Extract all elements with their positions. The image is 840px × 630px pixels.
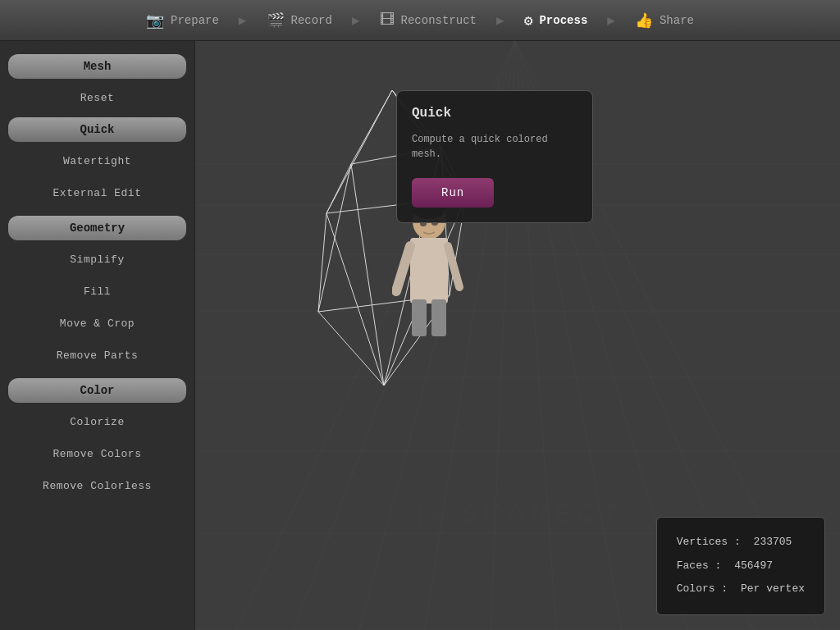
reconstruct-icon: 🎞 xyxy=(380,11,395,29)
3d-viewport: |◉ SKANECT Quick Compute a quick colored… xyxy=(195,41,840,630)
mesh-section-header[interactable]: Mesh xyxy=(8,54,186,79)
svg-line-26 xyxy=(318,213,326,312)
svg-line-42 xyxy=(448,246,459,287)
svg-rect-40 xyxy=(410,238,448,304)
remove-colors-item[interactable]: Remove Colors xyxy=(8,440,186,468)
record-icon: 🎬 xyxy=(267,11,285,30)
nav-share[interactable]: 👍 Share xyxy=(617,11,712,30)
svg-line-36 xyxy=(351,164,384,386)
svg-line-41 xyxy=(396,246,410,291)
move-crop-item[interactable]: Move & Crop xyxy=(8,309,186,338)
fill-item[interactable]: Fill xyxy=(8,277,186,306)
nav-prepare[interactable]: 📷 Prepare xyxy=(128,11,237,30)
svg-line-35 xyxy=(318,312,384,386)
nav-arrow-2: ▶ xyxy=(352,12,360,29)
vertices-label: Vertices : xyxy=(677,536,741,548)
remove-colorless-item[interactable]: Remove Colorless xyxy=(8,472,186,500)
colors-value: Per vertex xyxy=(741,582,805,595)
svg-line-32 xyxy=(326,213,384,386)
quick-popup: Quick Compute a quick colored mesh. Run xyxy=(396,90,593,223)
main-layout: Mesh Reset Quick Watertight External Edi… xyxy=(0,41,840,630)
nav-arrow-4: ▶ xyxy=(607,12,615,29)
simplify-item[interactable]: Simplify xyxy=(8,245,186,274)
quick-item-btn[interactable]: Quick xyxy=(8,117,186,142)
reset-item[interactable]: Reset xyxy=(8,84,186,112)
colorize-item[interactable]: Colorize xyxy=(8,408,186,436)
faces-row: Faces : 456497 xyxy=(677,555,805,578)
top-navigation: 📷 Prepare ▶ 🎬 Record ▶ 🎞 Reconstruct ▶ ⚙… xyxy=(0,0,840,41)
svg-line-22 xyxy=(351,90,392,164)
faces-value: 456497 xyxy=(734,559,773,572)
faces-label: Faces : xyxy=(677,559,722,572)
popup-description: Compute a quick colored mesh. xyxy=(412,132,578,162)
prepare-icon: 📷 xyxy=(146,11,164,30)
nav-arrow-1: ▶ xyxy=(239,12,247,29)
share-icon: 👍 xyxy=(635,11,653,30)
vertices-value: 233705 xyxy=(754,536,792,548)
nav-arrow-3: ▶ xyxy=(496,12,504,29)
stats-panel: Vertices : 233705 Faces : 456497 Colors … xyxy=(656,517,825,615)
svg-line-30 xyxy=(326,164,351,213)
sidebar: Mesh Reset Quick Watertight External Edi… xyxy=(0,41,195,630)
colors-label: Colors : xyxy=(677,582,728,595)
svg-rect-43 xyxy=(412,299,427,336)
run-button[interactable]: Run xyxy=(412,178,494,208)
popup-title: Quick xyxy=(412,106,578,121)
color-section-header[interactable]: Color xyxy=(8,378,186,403)
watertight-item[interactable]: Watertight xyxy=(8,147,186,176)
skanect-watermark: |◉ SKANECT xyxy=(411,499,623,532)
remove-parts-item[interactable]: Remove Parts xyxy=(8,341,186,370)
svg-rect-44 xyxy=(431,299,446,336)
process-icon: ⚙ xyxy=(524,11,533,30)
nav-reconstruct[interactable]: 🎞 Reconstruct xyxy=(362,11,495,29)
vertices-row: Vertices : 233705 xyxy=(677,531,805,555)
nav-record[interactable]: 🎬 Record xyxy=(249,11,350,30)
external-edit-item[interactable]: External Edit xyxy=(8,179,186,208)
colors-row: Colors : Per vertex xyxy=(677,578,805,601)
nav-process[interactable]: ⚙ Process xyxy=(506,11,606,30)
geometry-section-header[interactable]: Geometry xyxy=(8,216,186,240)
